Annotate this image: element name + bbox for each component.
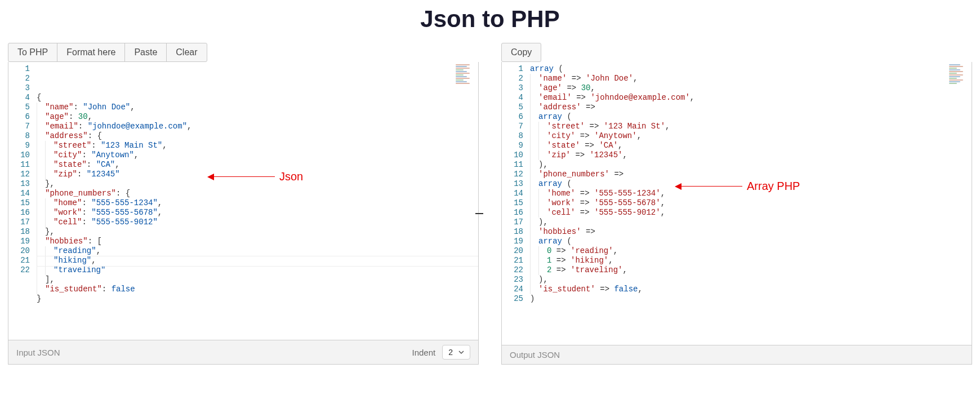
input-editor[interactable]: 12345678910111213141516171819202122 {"na… xyxy=(8,62,479,365)
code-line[interactable]: 'street' => '123 Main St', xyxy=(530,122,972,131)
code-line[interactable]: 'work' => '555-555-5678', xyxy=(530,198,972,208)
code-line[interactable]: 'cell' => '555-555-9012', xyxy=(530,208,972,218)
page-title: Json to PHP xyxy=(0,6,980,33)
code-line[interactable]: "age": 30, xyxy=(37,112,478,122)
output-toolbar: Copy xyxy=(501,43,972,62)
code-line[interactable]: "address": { xyxy=(37,131,478,141)
input-footer-label: Input JSON xyxy=(16,348,60,357)
code-line[interactable]: 'email' => 'johndoe@example.com', xyxy=(530,93,972,103)
code-line[interactable]: array ( xyxy=(530,179,972,189)
code-line[interactable]: "home": "555-555-1234", xyxy=(37,198,478,208)
code-line[interactable]: } xyxy=(37,294,478,304)
code-line[interactable]: array ( xyxy=(530,237,972,246)
output-code[interactable]: array ('name' => 'John Doe','age' => 30,… xyxy=(530,62,972,345)
code-line[interactable]: "state": "CA", xyxy=(37,160,478,170)
code-line[interactable]: array ( xyxy=(530,64,972,74)
input-toolbar: To PHP Format here Paste Clear xyxy=(8,43,479,62)
code-line[interactable]: 'home' => '555-555-1234', xyxy=(530,189,972,198)
input-pane: To PHP Format here Paste Clear 123456789… xyxy=(8,43,479,365)
indent-value: 2 xyxy=(448,348,453,357)
input-gutter: 12345678910111213141516171819202122 xyxy=(8,62,37,340)
code-line[interactable]: }, xyxy=(37,179,478,189)
code-line[interactable]: "cell": "555-555-9012" xyxy=(37,218,478,227)
code-line[interactable]: { xyxy=(37,93,478,103)
paste-button[interactable]: Paste xyxy=(124,43,167,62)
code-line[interactable]: 'address' => xyxy=(530,103,972,112)
input-footer: Input JSON Indent 2 xyxy=(8,340,478,364)
code-line[interactable]: "traveling" xyxy=(37,265,478,275)
code-line[interactable]: "hiking", xyxy=(37,256,478,265)
output-footer: Output JSON xyxy=(502,345,972,364)
code-line[interactable]: "hobbies": [ xyxy=(37,237,478,246)
code-line[interactable]: }, xyxy=(37,227,478,237)
code-line[interactable]: 'name' => 'John Doe', xyxy=(530,74,972,83)
clear-button[interactable]: Clear xyxy=(166,43,207,62)
code-line[interactable]: 2 => 'traveling', xyxy=(530,265,972,275)
code-line[interactable]: 'age' => 30, xyxy=(530,83,972,93)
code-line[interactable]: 0 => 'reading', xyxy=(530,246,972,256)
code-line[interactable]: 'zip' => '12345', xyxy=(530,150,972,160)
code-line[interactable]: "phone_numbers": { xyxy=(37,189,478,198)
code-line[interactable]: ], xyxy=(37,275,478,285)
copy-button[interactable]: Copy xyxy=(501,43,541,62)
code-line[interactable]: ) xyxy=(530,294,972,304)
code-line[interactable]: 'phone_numbers' => xyxy=(530,170,972,179)
to-php-button[interactable]: To PHP xyxy=(8,43,57,62)
code-line[interactable]: ), xyxy=(530,218,972,227)
code-line[interactable]: ), xyxy=(530,275,972,285)
code-line[interactable]: array ( xyxy=(530,112,972,122)
code-line[interactable]: 'is_student' => false, xyxy=(530,285,972,294)
output-footer-label: Output JSON xyxy=(510,350,560,360)
indent-label: Indent xyxy=(412,348,435,357)
output-pane: Copy 12345678910111213141516171819202122… xyxy=(501,43,972,365)
code-line[interactable]: ), xyxy=(530,160,972,170)
code-line[interactable]: "name": "John Doe", xyxy=(37,103,478,112)
code-line[interactable]: "city": "Anytown", xyxy=(37,150,478,160)
code-line[interactable]: "work": "555-555-5678", xyxy=(37,208,478,218)
code-line[interactable]: 'hobbies' => xyxy=(530,227,972,237)
code-line[interactable]: 1 => 'hiking', xyxy=(530,256,972,265)
code-line[interactable]: "reading", xyxy=(37,246,478,256)
pane-divider-handle[interactable] xyxy=(475,213,483,214)
code-line[interactable]: 'city' => 'Anytown', xyxy=(530,131,972,141)
output-editor[interactable]: 1234567891011121314151617181920212223242… xyxy=(501,62,972,365)
chevron-down-icon xyxy=(458,349,464,355)
format-button[interactable]: Format here xyxy=(57,43,125,62)
code-line[interactable]: "is_student": false xyxy=(37,285,478,294)
code-line[interactable]: "zip": "12345" xyxy=(37,170,478,179)
code-line[interactable]: "street": "123 Main St", xyxy=(37,141,478,150)
output-gutter: 1234567891011121314151617181920212223242… xyxy=(502,62,530,345)
indent-select[interactable]: 2 xyxy=(442,345,470,360)
code-line[interactable]: "email": "johndoe@example.com", xyxy=(37,122,478,131)
input-code[interactable]: {"name": "John Doe","age": 30,"email": "… xyxy=(37,62,478,340)
code-line[interactable]: 'state' => 'CA', xyxy=(530,141,972,150)
